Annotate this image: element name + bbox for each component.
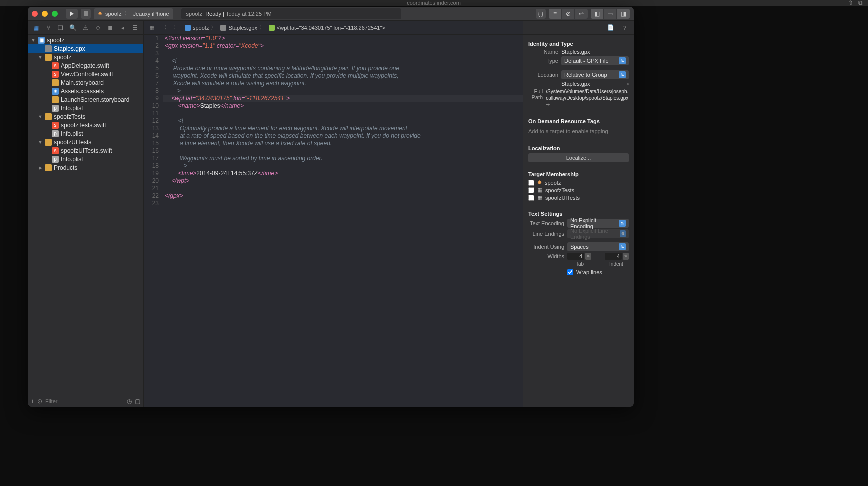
code-line[interactable]: Waypoints must be sorted by time in asce… [165,155,523,162]
breadcrumb-item[interactable]: <wpt lat="34.0430175" lon="-118.2672541"… [267,25,388,31]
tree-item[interactable]: sAppDelegate.swift [28,62,144,70]
editor-mode-segmented[interactable]: ≡ ⊘ ↩ [549,9,588,19]
target-checkbox[interactable] [528,188,534,194]
zoom-window-button[interactable] [52,11,58,17]
stepper-icon[interactable]: ⇅ [586,253,592,260]
tree-item[interactable]: sViewController.swift [28,70,144,78]
code-line[interactable]: waypoint, Xcode will simulate that speci… [165,72,523,80]
code-line[interactable]: <gpx version="1.1" creator="Xcode"> [165,42,523,50]
file-type-select[interactable]: Default - GPX File⇅ [562,56,629,66]
breadcrumb-item[interactable]: spoofz〉 [183,24,218,32]
go-back-button[interactable]: 〈 [159,23,169,33]
tree-item[interactable]: pInfo.plist [28,104,144,112]
disclosure-triangle-icon[interactable]: ▶ [38,166,43,170]
code-editor[interactable]: 1234567891011121314151617181920212223 <?… [144,35,523,407]
code-line[interactable]: <!-- [165,118,523,125]
code-line[interactable]: </gpx> [165,192,523,200]
code-line[interactable]: --> [165,162,523,170]
minimize-window-button[interactable] [42,11,48,17]
line-endings-select[interactable]: No Explicit Line Endings⇅ [568,230,629,238]
story-icon [52,80,59,86]
code-line[interactable]: <!-- [165,58,523,65]
tree-item[interactable]: pInfo.plist [28,130,144,138]
localize-button[interactable]: Localize... [528,154,629,162]
tree-item[interactable]: ▼spoofzTests [28,112,144,121]
indent-using-select[interactable]: Spaces⇅ [568,242,629,252]
tree-item[interactable]: ▶Products [28,164,144,172]
recent-filter-icon[interactable]: ◷ [127,398,132,405]
code-line[interactable] [165,50,523,58]
code-line[interactable]: Provide one or more waypoints containing… [165,65,523,72]
add-button[interactable]: + [31,398,34,405]
code-line[interactable]: Xcode will simulate a route visiting eac… [165,80,523,88]
library-button[interactable]: { } [536,9,546,19]
close-window-button[interactable] [32,11,38,17]
indent-width-stepper[interactable]: 4 ⇅ [605,253,629,260]
scheme-selector[interactable]: ✸ spoofz 〉 Jeauxy iPhone [94,8,174,20]
folder-icon [45,139,52,146]
code-line[interactable]: a time element, then Xcode will use a fi… [165,140,523,148]
disclosure-triangle-icon[interactable]: ▼ [38,55,43,60]
folder-reveal-icon[interactable]: ▫ [627,81,629,87]
reveal-in-finder-icon[interactable]: ➡ [546,102,550,108]
code-line[interactable] [165,200,523,208]
text-encoding-select[interactable]: No Explicit Encoding⇅ [568,219,629,228]
stepper-icon[interactable]: ⇅ [623,253,629,260]
tree-item[interactable]: Staples.gpx [28,44,144,53]
standard-editor-icon[interactable]: ≡ [549,9,562,19]
tree-item[interactable]: ▼spoofz [28,53,144,62]
code-line[interactable]: <?xml version="1.0"?> [165,35,523,42]
target-checkbox[interactable] [528,195,534,201]
tree-item[interactable]: ▼▣spoofz [28,36,144,44]
help-inspector-tab[interactable]: ? [621,24,629,32]
project-navigator-tab[interactable]: ▦ [32,24,40,32]
toggle-inspector-icon[interactable]: ◨ [617,9,630,19]
code-line[interactable]: </wpt> [165,178,523,185]
code-line[interactable]: Optionally provide a time element for ea… [165,125,523,132]
breakpoint-navigator-tab[interactable]: ◂ [118,24,128,32]
location-select[interactable]: Relative to Group⇅ [562,70,629,80]
version-editor-icon[interactable]: ↩ [575,9,588,19]
stop-button[interactable] [81,9,91,19]
issue-navigator-tab[interactable]: ⚠ [81,24,90,32]
code-line[interactable]: --> [165,88,523,95]
debug-navigator-tab[interactable]: ≣ [106,24,115,32]
tree-item[interactable]: sspoofzTests.swift [28,121,144,130]
tab-width-stepper[interactable]: 4 ⇅ [568,253,592,260]
symbol-navigator-tab[interactable]: ❑ [56,24,66,32]
tree-item[interactable]: pInfo.plist [28,155,144,164]
disclosure-triangle-icon[interactable]: ▼ [31,38,36,43]
filter-input[interactable] [46,398,124,404]
target-checkbox[interactable] [528,180,534,186]
find-navigator-tab[interactable]: 🔍 [69,24,78,32]
assistant-editor-icon[interactable]: ⊘ [562,9,575,19]
toggle-debug-icon[interactable]: ▭ [604,9,617,19]
project-tree[interactable]: ▼▣spoofzStaples.gpx▼spoofzsAppDelegate.s… [28,35,144,395]
panel-toggles[interactable]: ◧ ▭ ◨ [591,9,630,19]
tree-item[interactable]: sspoofzUITests.swift [28,146,144,155]
test-navigator-tab[interactable]: ◇ [94,24,102,32]
file-name-value[interactable]: Staples.gpx [562,49,629,55]
file-inspector-tab[interactable]: 📄 [607,24,615,32]
code-line[interactable] [165,110,523,118]
toggle-navigator-icon[interactable]: ◧ [591,9,604,19]
go-forward-button[interactable]: 〉 [171,23,181,33]
disclosure-triangle-icon[interactable]: ▼ [38,114,43,120]
code-line[interactable] [165,185,523,192]
tree-item[interactable]: ◉Assets.xcassets [28,87,144,96]
scm-filter-icon[interactable]: ▢ [135,398,140,405]
related-items-icon[interactable]: ▦ [147,23,157,33]
code-line[interactable] [165,148,523,155]
source-control-navigator-tab[interactable]: ⑂ [44,24,53,32]
wrap-lines-checkbox[interactable] [568,270,574,276]
breadcrumb-item[interactable]: Staples.gpx〉 [218,24,266,32]
code-line[interactable]: <name>Staples</name> [165,102,523,110]
tree-item[interactable]: LaunchScreen.storyboard [28,96,144,104]
code-line[interactable]: <time>2014-09-24T14:55:37Z</time> [165,170,523,178]
report-navigator-tab[interactable]: ☰ [131,24,140,32]
run-button[interactable] [66,9,78,19]
tree-item[interactable]: ▼spoofzUITests [28,138,144,146]
disclosure-triangle-icon[interactable]: ▼ [38,140,43,145]
code-line[interactable]: at a rate of speed based on the time ela… [165,132,523,140]
tree-item[interactable]: Main.storyboard [28,78,144,87]
